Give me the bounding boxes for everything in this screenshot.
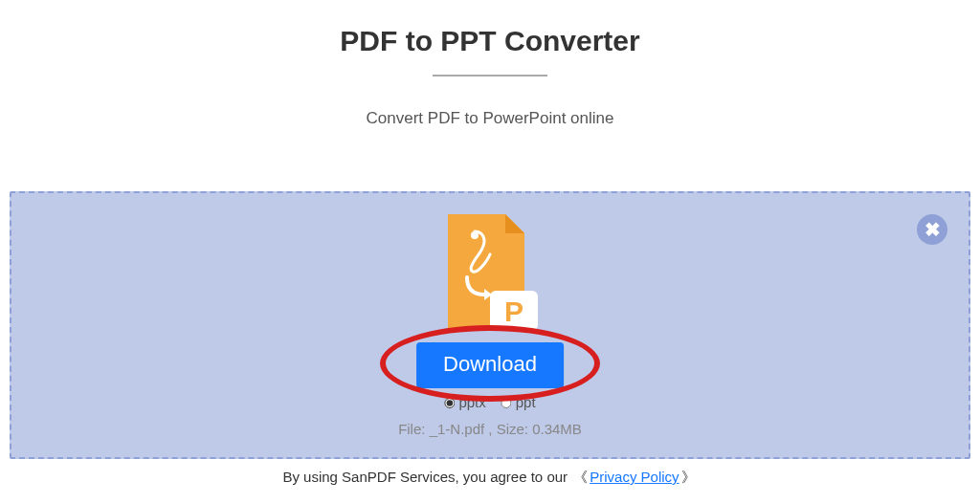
format-option-ppt[interactable]: ppt <box>501 394 536 410</box>
pdf-to-ppt-icon: P <box>438 214 542 342</box>
download-button[interactable]: Download <box>416 342 564 388</box>
format-label-ppt: ppt <box>516 394 536 410</box>
bracket-close: 》 <box>681 469 696 485</box>
footer-prefix: By using SanPDF Services, you agree to o… <box>282 469 571 485</box>
format-option-pptx[interactable]: pptx <box>444 394 485 410</box>
page-subtitle: Convert PDF to PowerPoint online <box>0 109 980 128</box>
file-info-text: File: _1-N.pdf , Size: 0.34MB <box>398 421 582 437</box>
page-title: PDF to PPT Converter <box>0 25 980 57</box>
svg-text:P: P <box>504 295 523 327</box>
format-radio-group: pptx ppt <box>444 394 535 410</box>
title-underline <box>433 75 547 77</box>
dropzone-panel: ✖ P Download pp <box>10 191 970 459</box>
format-radio-ppt[interactable] <box>501 398 512 408</box>
bracket-open: 《 <box>573 469 588 485</box>
privacy-policy-link[interactable]: Privacy Policy <box>590 469 679 485</box>
footer-text: By using SanPDF Services, you agree to o… <box>0 469 980 487</box>
close-icon[interactable]: ✖ <box>917 214 947 245</box>
format-label-pptx: pptx <box>458 394 485 410</box>
svg-point-0 <box>471 231 479 239</box>
format-radio-pptx[interactable] <box>444 398 455 408</box>
